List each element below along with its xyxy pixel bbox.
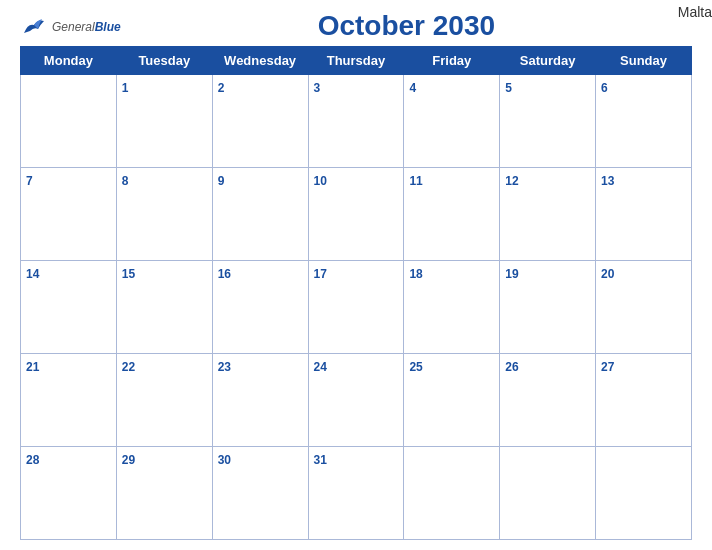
calendar-cell: [596, 447, 692, 540]
day-number: 2: [218, 81, 225, 95]
calendar-cell: 18: [404, 261, 500, 354]
logo-blue: Blue: [95, 20, 121, 34]
col-sunday: Sunday: [596, 47, 692, 75]
col-monday: Monday: [21, 47, 117, 75]
calendar-week-5: 28293031: [21, 447, 692, 540]
col-thursday: Thursday: [308, 47, 404, 75]
calendar-cell: 19: [500, 261, 596, 354]
calendar-cell: 13: [596, 168, 692, 261]
calendar-cell: 3: [308, 75, 404, 168]
calendar-cell: 8: [116, 168, 212, 261]
calendar-cell: [500, 447, 596, 540]
title-center: October 2030: [121, 10, 692, 42]
col-saturday: Saturday: [500, 47, 596, 75]
calendar-cell: 2: [212, 75, 308, 168]
col-wednesday: Wednesday: [212, 47, 308, 75]
calendar-table: Monday Tuesday Wednesday Thursday Friday…: [20, 46, 692, 540]
calendar-cell: 28: [21, 447, 117, 540]
day-number: 7: [26, 174, 33, 188]
day-number: 30: [218, 453, 231, 467]
calendar-cell: 6: [596, 75, 692, 168]
calendar-cell: 29: [116, 447, 212, 540]
day-number: 31: [314, 453, 327, 467]
calendar-cell: 31: [308, 447, 404, 540]
day-number: 14: [26, 267, 39, 281]
calendar-cell: 9: [212, 168, 308, 261]
calendar-cell: 23: [212, 354, 308, 447]
col-tuesday: Tuesday: [116, 47, 212, 75]
calendar-week-1: 123456: [21, 75, 692, 168]
col-friday: Friday: [404, 47, 500, 75]
calendar-cell: 12: [500, 168, 596, 261]
calendar-week-2: 78910111213: [21, 168, 692, 261]
calendar-week-3: 14151617181920: [21, 261, 692, 354]
day-number: 8: [122, 174, 129, 188]
calendar-header: Monday Tuesday Wednesday Thursday Friday…: [21, 47, 692, 75]
logo-general: General: [52, 20, 95, 34]
day-number: 16: [218, 267, 231, 281]
logo-icon: [20, 15, 48, 37]
day-number: 19: [505, 267, 518, 281]
days-of-week-row: Monday Tuesday Wednesday Thursday Friday…: [21, 47, 692, 75]
calendar-cell: 27: [596, 354, 692, 447]
calendar-cell: 17: [308, 261, 404, 354]
logo-area: GeneralBlue: [20, 15, 121, 37]
calendar-body: 1234567891011121314151617181920212223242…: [21, 75, 692, 540]
day-number: 20: [601, 267, 614, 281]
day-number: 27: [601, 360, 614, 374]
calendar-cell: 10: [308, 168, 404, 261]
day-number: 5: [505, 81, 512, 95]
calendar-cell: 7: [21, 168, 117, 261]
calendar-cell: 22: [116, 354, 212, 447]
day-number: 26: [505, 360, 518, 374]
day-number: 17: [314, 267, 327, 281]
calendar-cell: 25: [404, 354, 500, 447]
day-number: 23: [218, 360, 231, 374]
day-number: 13: [601, 174, 614, 188]
day-number: 28: [26, 453, 39, 467]
calendar-cell: 5: [500, 75, 596, 168]
calendar-cell: 4: [404, 75, 500, 168]
logo-text: GeneralBlue: [52, 17, 121, 35]
day-number: 24: [314, 360, 327, 374]
day-number: 12: [505, 174, 518, 188]
calendar-week-4: 21222324252627: [21, 354, 692, 447]
day-number: 6: [601, 81, 608, 95]
calendar-cell: 14: [21, 261, 117, 354]
day-number: 9: [218, 174, 225, 188]
calendar-cell: 11: [404, 168, 500, 261]
calendar-cell: [21, 75, 117, 168]
day-number: 1: [122, 81, 129, 95]
header: GeneralBlue October 2030 Malta: [20, 10, 692, 42]
day-number: 21: [26, 360, 39, 374]
day-number: 15: [122, 267, 135, 281]
day-number: 22: [122, 360, 135, 374]
calendar-cell: 1: [116, 75, 212, 168]
calendar-cell: 20: [596, 261, 692, 354]
day-number: 10: [314, 174, 327, 188]
day-number: 11: [409, 174, 422, 188]
calendar-cell: 21: [21, 354, 117, 447]
calendar-cell: 16: [212, 261, 308, 354]
day-number: 25: [409, 360, 422, 374]
day-number: 29: [122, 453, 135, 467]
calendar-cell: 26: [500, 354, 596, 447]
calendar-title: October 2030: [318, 10, 495, 41]
calendar-cell: 24: [308, 354, 404, 447]
day-number: 4: [409, 81, 416, 95]
country-label: Malta: [678, 4, 712, 20]
calendar-cell: [404, 447, 500, 540]
day-number: 18: [409, 267, 422, 281]
calendar-cell: 30: [212, 447, 308, 540]
calendar-cell: 15: [116, 261, 212, 354]
day-number: 3: [314, 81, 321, 95]
